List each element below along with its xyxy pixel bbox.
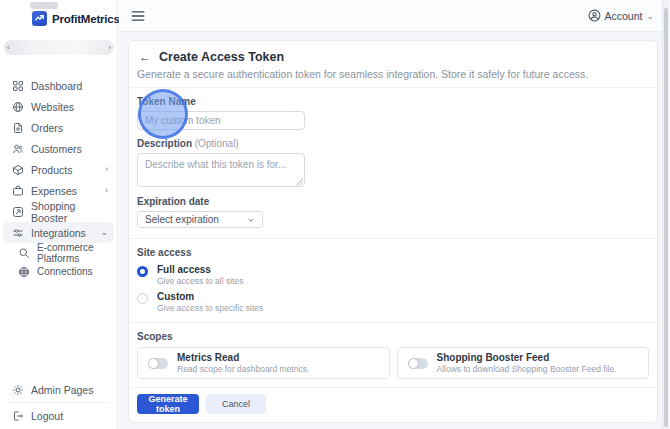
users-icon	[12, 143, 24, 155]
sidebar-item-label: Customers	[31, 143, 82, 155]
radio-description: Give access to specific sites	[157, 303, 263, 313]
booster-icon	[12, 206, 24, 218]
user-circle-icon	[588, 9, 601, 22]
radio-custom[interactable]	[137, 293, 148, 304]
sidebar-item-expenses[interactable]: Expenses ›	[0, 180, 117, 201]
site-access-option-custom[interactable]: Custom Give access to specific sites	[137, 291, 649, 313]
generate-token-button[interactable]: Generate token	[137, 394, 199, 414]
scrollbar-thumb[interactable]	[664, 8, 668, 427]
back-arrow-icon[interactable]: ←	[137, 50, 153, 64]
document-icon	[12, 122, 24, 134]
description-textarea-wrap	[137, 153, 305, 187]
sidebar-item-orders[interactable]: Orders	[0, 117, 117, 138]
brand-logo[interactable]: ProfitMetrics	[32, 11, 120, 26]
carousel-right-icon[interactable]: ›	[108, 43, 111, 52]
sidebar: ProfitMetrics ‹ › Dashboard Websites Ord…	[0, 0, 118, 429]
chevron-right-icon: ›	[105, 186, 108, 195]
expiration-date-label: Expiration date	[137, 196, 649, 207]
sidebar-nav: Dashboard Websites Orders Customers Prod…	[0, 75, 117, 281]
sliders-icon	[12, 227, 24, 239]
sidebar-item-label: Admin Pages	[31, 384, 93, 396]
scope-label: Shopping Booster Feed	[437, 352, 617, 363]
sidebar-item-dashboard[interactable]: Dashboard	[0, 75, 117, 96]
token-name-input[interactable]	[137, 111, 305, 130]
globe-wire-icon	[18, 266, 30, 278]
sidebar-item-label: Logout	[31, 410, 63, 422]
sidebar-item-customers[interactable]: Customers	[0, 138, 117, 159]
top-placeholder	[30, 2, 58, 9]
scope-card-shopping-booster-feed: Shopping Booster Feed Allows to download…	[397, 347, 650, 379]
radio-label: Full access	[157, 264, 243, 275]
sidebar-item-products[interactable]: Products ›	[0, 159, 117, 180]
sidebar-item-integrations[interactable]: Integrations ⌄	[3, 222, 114, 243]
sidebar-item-label: Dashboard	[31, 80, 82, 92]
radio-label: Custom	[157, 291, 263, 302]
description-label-text: Description	[137, 138, 192, 149]
divider	[129, 322, 657, 323]
chevron-right-icon: ›	[105, 165, 108, 174]
brand-name: ProfitMetrics	[52, 13, 120, 25]
sidebar-item-label: Orders	[31, 122, 63, 134]
site-access-label: Site access	[137, 247, 649, 258]
radio-full-access[interactable]	[137, 266, 148, 277]
token-name-label: Token Name	[137, 96, 649, 107]
divider	[8, 402, 109, 403]
hamburger-menu-icon[interactable]	[131, 10, 145, 22]
carousel-left-icon[interactable]: ‹	[7, 43, 10, 52]
sidebar-item-ecommerce-platforms[interactable]: E-commerce Platforms	[0, 243, 117, 262]
toggle-knob	[409, 359, 418, 368]
shopping-booster-feed-toggle[interactable]	[408, 358, 428, 369]
cancel-button[interactable]: Cancel	[206, 394, 266, 414]
scope-description: Allows to download Shopping Booster Feed…	[437, 364, 617, 374]
gear-icon	[12, 384, 24, 396]
account-menu[interactable]: Account ⌄	[588, 9, 655, 22]
logout-icon	[12, 410, 24, 422]
divider	[129, 87, 657, 88]
page-scrollbar[interactable]	[662, 0, 669, 429]
radio-description: Give access to all sites	[157, 276, 243, 286]
description-textarea[interactable]	[137, 153, 305, 187]
chevron-down-icon	[247, 216, 255, 224]
create-access-token-card: ← Create Access Token Generate a secure …	[128, 40, 658, 423]
sidebar-item-label: E-commerce Platforms	[37, 242, 108, 264]
package-icon	[12, 164, 24, 176]
sidebar-item-label: Websites	[31, 101, 74, 113]
scopes-row: Metrics Read Read scope for dashboard me…	[137, 347, 649, 379]
card-header: ← Create Access Token	[137, 50, 649, 64]
sidebar-item-logout[interactable]: Logout	[0, 405, 117, 426]
divider	[129, 387, 657, 388]
sidebar-item-label: Expenses	[31, 185, 77, 197]
scopes-label: Scopes	[137, 331, 649, 342]
sidebar-item-label: Connections	[37, 266, 93, 277]
globe-icon	[12, 101, 24, 113]
page-title: Create Access Token	[159, 50, 284, 64]
toggle-knob	[149, 359, 158, 368]
expiration-select[interactable]: Select expiration	[137, 211, 263, 228]
divider	[129, 238, 657, 239]
wallet-icon	[12, 185, 24, 197]
sidebar-item-connections[interactable]: Connections	[0, 262, 117, 281]
chevron-down-icon: ⌄	[646, 11, 654, 21]
sidebar-item-websites[interactable]: Websites	[0, 96, 117, 117]
site-access-option-full[interactable]: Full access Give access to all sites	[137, 264, 649, 286]
main-area: Account ⌄ ← Create Access Token Generate…	[119, 0, 670, 429]
topbar: Account ⌄	[119, 0, 670, 32]
sidebar-item-shopping-booster[interactable]: Shopping Booster	[0, 201, 117, 222]
sidebar-footer: Admin Pages Logout	[0, 379, 117, 426]
sidebar-item-label: Shopping Booster	[31, 200, 108, 224]
profitmetrics-logo-icon	[32, 11, 47, 26]
scope-description: Read scope for dashboard metrics.	[177, 364, 309, 374]
sidebar-item-admin-pages[interactable]: Admin Pages	[0, 379, 117, 400]
page-subtitle: Generate a secure authentication token f…	[137, 68, 649, 80]
site-switcher-skeleton[interactable]: ‹ ›	[4, 40, 114, 55]
description-label: Description (Optional)	[137, 138, 649, 149]
sidebar-item-label: Products	[31, 164, 72, 176]
expiration-select-value: Select expiration	[145, 214, 219, 225]
scope-label: Metrics Read	[177, 352, 309, 363]
account-label: Account	[605, 10, 643, 22]
sidebar-item-label: Integrations	[31, 227, 86, 239]
metrics-read-toggle[interactable]	[148, 358, 168, 369]
search-icon	[18, 247, 30, 259]
chevron-down-icon: ⌄	[100, 228, 108, 237]
grid-icon	[12, 80, 24, 92]
